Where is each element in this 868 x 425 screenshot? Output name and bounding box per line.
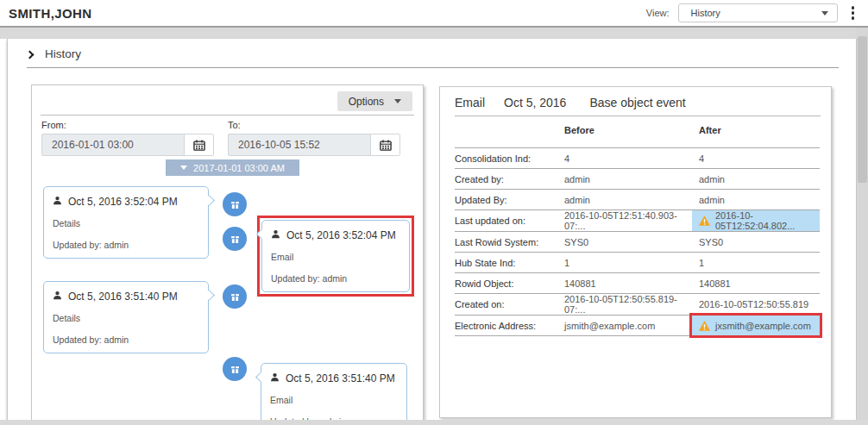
event-card-body: Email Updated by: admin <box>262 252 409 291</box>
scrollbar-thumb[interactable] <box>858 36 867 183</box>
table-row: Updated By: admin admin <box>455 190 820 210</box>
from-label: From: <box>41 120 214 130</box>
after-value-text: jxsmith@example.com <box>715 321 811 331</box>
table-row: Created by: admin admin <box>455 169 820 190</box>
bottom-strip <box>0 420 868 425</box>
row-label: Rowid Object: <box>455 278 564 289</box>
event-updated-by: Updated by: admin <box>53 240 199 250</box>
calendar-icon[interactable] <box>370 134 399 155</box>
event-type: Email <box>270 395 398 405</box>
group-header-label: 2017-01-01 03:00 AM <box>193 163 285 173</box>
event-card-body: Details Updated by: admin <box>44 218 208 258</box>
header-right: View: History <box>646 3 859 22</box>
detail-title-event: Base object event <box>589 96 685 109</box>
timeline-canvas: 2017-01-01 03:00 AM Oct 5, 2016 3:52:04 … <box>32 158 424 421</box>
header-divider-band <box>0 26 868 39</box>
to-field: To: 2016-10-05 15:52 <box>228 120 400 156</box>
chevron-down-icon <box>180 166 187 170</box>
timeline-event-card[interactable]: Oct 5, 2016 3:51:40 PM Details Updated b… <box>43 281 209 353</box>
before-column-header: Before <box>564 125 692 135</box>
event-updated-by: Updated by: admin <box>53 334 199 345</box>
after-value: SYS0 <box>692 232 820 252</box>
view-dropdown-value: History <box>691 8 720 18</box>
person-icon <box>270 372 280 382</box>
after-value-text: 2016-10-05T12:50:55.819 <box>699 299 808 309</box>
after-column-header: After <box>692 125 820 135</box>
row-label: Last Rowid System: <box>455 237 564 247</box>
view-label: View: <box>646 8 670 18</box>
table-row: Created on: 2016-10-05T12:50:55.819-07:.… <box>455 294 820 316</box>
after-value-text: admin <box>699 174 725 184</box>
from-date-value[interactable]: 2016-01-01 03:00 <box>42 134 184 155</box>
table-row: Rowid Object: 140881 140881 <box>455 273 820 294</box>
event-timestamp: Oct 5, 2016 3:51:40 PM <box>68 290 178 303</box>
chevron-down-icon <box>821 11 828 16</box>
from-field: From: 2016-01-01 03:00 <box>41 120 214 156</box>
before-value: SYS0 <box>564 237 692 247</box>
event-card-header: Oct 5, 2016 3:51:40 PM <box>261 364 406 385</box>
to-date-value[interactable]: 2016-10-05 15:52 <box>229 134 370 155</box>
selected-event-highlight: Oct 5, 2016 3:52:04 PM Email Updated by:… <box>257 216 414 297</box>
row-label: Last updated on: <box>455 216 564 226</box>
to-date-input[interactable]: 2016-10-05 15:52 <box>228 134 400 156</box>
history-section-header[interactable]: History <box>27 47 81 60</box>
comparison-table: Consolidation Ind: 4 4 Created by: admin… <box>455 147 820 336</box>
after-value: 4 <box>692 148 820 168</box>
timeline-event-card[interactable]: Oct 5, 2016 3:52:04 PM Email Updated by:… <box>261 220 410 292</box>
person-icon <box>53 291 62 300</box>
row-label: Hub State Ind: <box>455 258 564 268</box>
detail-title-type: Email <box>455 96 485 109</box>
table-column-headers: Before After <box>455 125 820 135</box>
view-dropdown[interactable]: History <box>678 3 838 22</box>
row-label: Electronic Address: <box>455 321 564 331</box>
row-label: Created on: <box>455 299 564 309</box>
timeline-panel: Options From: 2016-01-01 03:00 To: <box>31 84 424 421</box>
detail-panel: Email Oct 5, 2016 Base object event Befo… <box>439 86 832 418</box>
event-timestamp: Oct 5, 2016 3:52:04 PM <box>286 228 396 242</box>
before-value: 2016-10-05T12:50:55.819-07:... <box>564 294 692 315</box>
title-rule <box>455 116 821 116</box>
row-label: Created by: <box>455 174 564 184</box>
section-rule <box>27 67 839 68</box>
from-date-input[interactable]: 2016-01-01 03:00 <box>41 134 214 156</box>
before-value: admin <box>564 174 692 184</box>
app-header: SMITH,JOHN View: History <box>0 0 868 26</box>
table-row: Last Rowid System: SYS0 SYS0 <box>455 232 820 253</box>
table-row: Electronic Address: jsmith@example.com j… <box>455 316 820 336</box>
base-object-event-icon[interactable] <box>223 284 247 309</box>
before-value: admin <box>564 195 692 205</box>
event-type: Details <box>53 218 199 228</box>
event-type: Email <box>271 252 400 262</box>
after-value: 1 <box>692 253 820 272</box>
kebab-menu-icon[interactable] <box>846 4 860 22</box>
table-row: Last updated on: 2016-10-05T12:51:40.903… <box>455 210 820 232</box>
before-value: 4 <box>564 153 692 164</box>
base-object-event-icon[interactable] <box>223 192 247 216</box>
vertical-scrollbar[interactable] <box>857 28 868 425</box>
row-label: Consolidation Ind: <box>455 153 564 164</box>
timeline-event-card[interactable]: Oct 5, 2016 3:51:40 PM Email Updated by:… <box>261 363 407 421</box>
after-value-text: admin <box>699 195 725 205</box>
person-icon <box>53 196 62 205</box>
event-updated-by: Updated by: admin <box>271 273 400 284</box>
chevron-down-icon <box>394 99 401 103</box>
base-object-event-icon[interactable] <box>223 227 247 251</box>
after-value-text: 2016-10-05T12:52:04.802... <box>715 210 820 231</box>
base-object-event-icon[interactable] <box>223 357 247 381</box>
table-row: Hub State Ind: 1 1 <box>455 253 820 273</box>
to-label: To: <box>228 120 400 130</box>
options-button[interactable]: Options <box>337 91 412 111</box>
person-icon <box>271 229 280 239</box>
record-title: SMITH,JOHN <box>9 6 92 21</box>
timeline-group-header[interactable]: 2017-01-01 03:00 AM <box>166 159 299 176</box>
before-value: 140881 <box>564 278 692 289</box>
table-row: Consolidation Ind: 4 4 <box>455 148 820 169</box>
calendar-icon[interactable] <box>184 134 213 155</box>
event-card-header: Oct 5, 2016 3:51:40 PM <box>44 282 208 303</box>
timeline-event-card[interactable]: Oct 5, 2016 3:52:04 PM Details Updated b… <box>43 186 209 259</box>
warning-icon <box>699 321 710 331</box>
event-type: Details <box>53 313 199 323</box>
after-value: admin <box>692 190 820 209</box>
after-value-text: 1 <box>699 258 704 268</box>
after-value: 140881 <box>692 273 820 293</box>
